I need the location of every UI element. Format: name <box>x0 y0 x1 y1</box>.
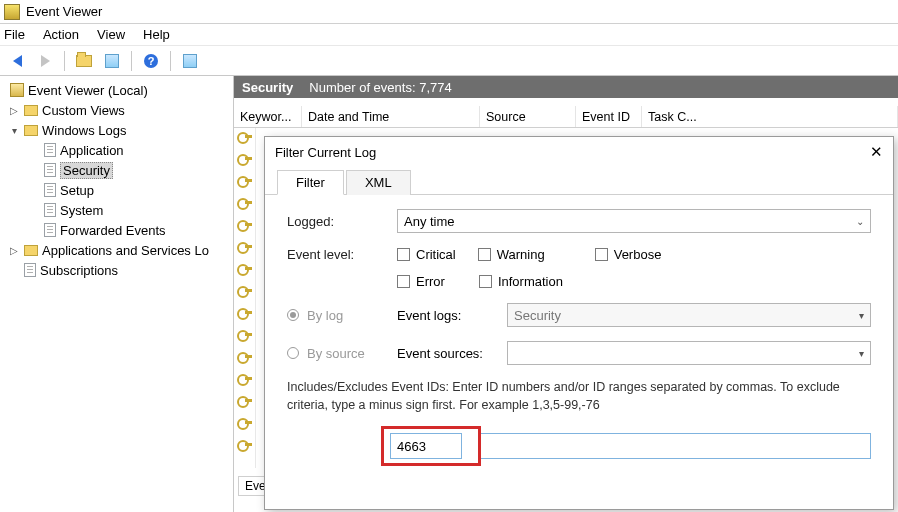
chk-information[interactable]: Information <box>479 274 563 289</box>
key-icon <box>237 130 253 146</box>
col-keywords[interactable]: Keywor... <box>234 106 302 127</box>
col-source[interactable]: Source <box>480 106 576 127</box>
toolbar: ? <box>0 46 898 76</box>
tree-subscriptions[interactable]: Subscriptions <box>2 260 231 280</box>
column-headers: Keywor... Date and Time Source Event ID … <box>234 106 898 128</box>
help-button[interactable]: ? <box>140 50 162 72</box>
folder-icon <box>24 125 38 136</box>
filter-dialog: Filter Current Log ✕ Filter XML Logged: … <box>264 136 894 510</box>
folder-icon <box>24 105 38 116</box>
tree-application[interactable]: Application <box>2 140 231 160</box>
chk-critical[interactable]: Critical <box>397 247 456 262</box>
logged-dropdown[interactable]: Any time ⌄ <box>397 209 871 233</box>
events-count: 7,774 <box>419 80 452 95</box>
expand-icon[interactable]: ▷ <box>8 105 20 116</box>
tree-security[interactable]: Security <box>2 160 231 180</box>
properties-button[interactable] <box>101 50 123 72</box>
menubar: File Action View Help <box>0 24 898 46</box>
log-icon <box>44 223 56 237</box>
dialog-titlebar: Filter Current Log ✕ <box>265 137 893 167</box>
checkbox-icon <box>397 248 410 261</box>
logged-value: Any time <box>404 214 455 229</box>
eventviewer-icon <box>10 83 24 97</box>
col-eventid[interactable]: Event ID <box>576 106 642 127</box>
event-sources-label: Event sources: <box>397 346 507 361</box>
key-icon <box>237 196 253 212</box>
arrow-left-icon <box>13 55 22 67</box>
tree-pane: Event Viewer (Local) ▷ Custom Views ▾ Wi… <box>0 76 234 512</box>
chk-error[interactable]: Error <box>397 274 445 289</box>
event-id-hint: Includes/Excludes Event IDs: Enter ID nu… <box>287 379 871 414</box>
properties-icon <box>105 54 119 68</box>
section-title: Security <box>242 80 293 95</box>
view-button[interactable] <box>179 50 201 72</box>
tree-setup[interactable]: Setup <box>2 180 231 200</box>
tab-row: Filter XML <box>265 167 893 195</box>
logged-label: Logged: <box>287 214 397 229</box>
folder-button[interactable] <box>73 50 95 72</box>
arrow-right-icon <box>41 55 50 67</box>
event-logs-dropdown: Security ▾ <box>507 303 871 327</box>
chk-warning[interactable]: Warning <box>478 247 545 262</box>
tab-xml[interactable]: XML <box>346 170 411 195</box>
titlebar: Event Viewer <box>0 0 898 24</box>
tree-apps-services[interactable]: ▷ Applications and Services Lo <box>2 240 231 260</box>
log-icon <box>44 203 56 217</box>
folder-icon <box>76 55 92 67</box>
help-icon: ? <box>144 54 158 68</box>
key-icon <box>237 394 253 410</box>
tree-system[interactable]: System <box>2 200 231 220</box>
app-title: Event Viewer <box>26 4 102 19</box>
view-icon <box>183 54 197 68</box>
back-button[interactable] <box>6 50 28 72</box>
tree-root[interactable]: Event Viewer (Local) <box>2 80 231 100</box>
collapse-icon[interactable]: ▾ <box>8 125 20 136</box>
key-icon <box>237 416 253 432</box>
event-id-input[interactable] <box>390 433 462 459</box>
log-icon <box>44 143 56 157</box>
checkbox-icon <box>478 248 491 261</box>
event-logs-value: Security <box>514 308 561 323</box>
key-icon <box>237 284 253 300</box>
log-icon <box>24 263 36 277</box>
tree-forwarded[interactable]: Forwarded Events <box>2 220 231 240</box>
menu-file[interactable]: File <box>4 27 25 42</box>
event-id-highlight <box>381 426 481 466</box>
chk-verbose[interactable]: Verbose <box>595 247 662 262</box>
event-id-input-extension[interactable] <box>481 433 871 459</box>
checkbox-icon <box>595 248 608 261</box>
keyword-icon-column <box>234 128 256 468</box>
event-level-label: Event level: <box>287 247 397 262</box>
col-task[interactable]: Task C... <box>642 106 898 127</box>
key-icon <box>237 350 253 366</box>
checkbox-icon <box>397 275 410 288</box>
checkbox-icon <box>479 275 492 288</box>
section-header: Security Number of events: 7,774 <box>234 76 898 98</box>
events-label: Number of events: <box>309 80 415 95</box>
tab-filter[interactable]: Filter <box>277 170 344 195</box>
key-icon <box>237 372 253 388</box>
dropdown-icon: ▾ <box>859 310 864 321</box>
log-icon <box>44 183 56 197</box>
by-source-radio[interactable]: By source <box>287 346 397 361</box>
key-icon <box>237 174 253 190</box>
dialog-title: Filter Current Log <box>275 145 376 160</box>
forward-button <box>34 50 56 72</box>
event-sources-dropdown[interactable]: ▾ <box>507 341 871 365</box>
toolbar-separator <box>64 51 65 71</box>
radio-icon <box>287 347 299 359</box>
expand-icon[interactable]: ▷ <box>8 245 20 256</box>
log-icon <box>44 163 56 177</box>
menu-view[interactable]: View <box>97 27 125 42</box>
key-icon <box>237 328 253 344</box>
tree-custom-views[interactable]: ▷ Custom Views <box>2 100 231 120</box>
dropdown-icon: ▾ <box>859 348 864 359</box>
menu-help[interactable]: Help <box>143 27 170 42</box>
radio-icon <box>287 309 299 321</box>
menu-action[interactable]: Action <box>43 27 79 42</box>
tree-windows-logs[interactable]: ▾ Windows Logs <box>2 120 231 140</box>
key-icon <box>237 306 253 322</box>
col-datetime[interactable]: Date and Time <box>302 106 480 127</box>
close-button[interactable]: ✕ <box>870 143 883 161</box>
event-logs-label: Event logs: <box>397 308 507 323</box>
